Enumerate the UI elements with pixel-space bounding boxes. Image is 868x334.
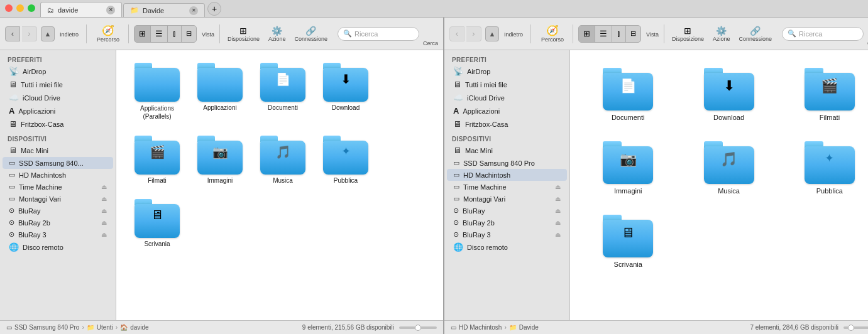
breadcrumb-part1-left: SSD Samsung 840 Pro <box>14 324 79 331</box>
sidebar-item-icloud-left[interactable]: ☁️ iCloud Drive <box>3 91 113 104</box>
back-button-right[interactable]: ‹ <box>449 26 464 41</box>
zoom-slider-right[interactable] <box>843 326 868 329</box>
fritz-label-right: Fritzbox-Casa <box>465 121 508 128</box>
list-view-button-left[interactable]: ☰ <box>151 26 168 42</box>
sidebar-item-airdrop-right[interactable]: 📡 AirDrop <box>447 65 567 78</box>
file-item-filmati-right[interactable]: 🎬 Filmati <box>784 63 868 126</box>
sidebar-item-allmyfiles-right[interactable]: 🖥 Tutti i miei file <box>447 78 567 91</box>
icon-view-button-left[interactable]: ⊞ <box>135 26 151 42</box>
maximize-button[interactable] <box>28 4 35 12</box>
br-eject-left[interactable]: ⏏ <box>101 207 107 214</box>
up-button-right[interactable]: ▲ <box>485 26 499 41</box>
flow-view-button-left[interactable]: ⊟ <box>182 26 196 42</box>
mv-eject-right[interactable]: ⏏ <box>555 195 561 202</box>
sidebar-item-ssd-left[interactable]: ▭ SSD Samsung 840... <box>3 157 113 169</box>
action-button-left[interactable]: ⚙️ Azione <box>266 24 288 43</box>
mv-label-left: Montaggi Vari <box>19 195 97 203</box>
sidebar-item-timemachine-left[interactable]: ▭ Time Machine ⏏ <box>3 181 113 193</box>
sidebar-item-bluray2b-left[interactable]: ⊙ BluRay 2b ⏏ <box>3 217 113 229</box>
file-item-pubblica-right[interactable]: ✦ Pubblica <box>784 136 868 200</box>
sidebar-item-icloud-right[interactable]: ☁️ iCloud Drive <box>447 91 567 104</box>
file-item-immagini[interactable]: 📷 Immagini <box>192 133 248 186</box>
macmini-label-left: Mac Mini <box>21 147 48 154</box>
sidebar-item-tm-right[interactable]: ▭ Time Machine ⏏ <box>447 181 567 193</box>
file-item-pubblica[interactable]: ✦ Pubblica <box>317 133 374 186</box>
musica-name-right: Musica <box>718 187 740 195</box>
tm-eject-right[interactable]: ⏏ <box>555 183 561 190</box>
sidebar-item-apps-left[interactable]: A Applicazioni <box>3 104 113 117</box>
file-item-scrivania-right[interactable]: 🖥 Scrivania <box>583 210 673 273</box>
sidebar-item-disco-right[interactable]: 🌐 Disco remoto <box>447 240 567 254</box>
up-button-left[interactable]: ▲ <box>41 26 55 41</box>
tab-davide2[interactable]: 📁 Davide ✕ <box>123 3 205 17</box>
sidebar-item-br3-right[interactable]: ⊙ BluRay 3 ⏏ <box>447 229 567 240</box>
sidebar-item-br-right[interactable]: ⊙ BluRay ⏏ <box>447 205 567 217</box>
sidebar-item-br2b-right[interactable]: ⊙ BluRay 2b ⏏ <box>447 217 567 229</box>
icon-view-button-right[interactable]: ⊞ <box>579 26 595 42</box>
flow-view-button-right[interactable]: ⊟ <box>626 26 640 42</box>
sidebar-item-airdrop-left[interactable]: 📡 AirDrop <box>3 65 113 78</box>
file-item-musica[interactable]: 🎵 Musica <box>255 133 311 186</box>
file-item-documenti-right[interactable]: 📄 Documenti <box>583 63 673 126</box>
tab2-close-icon[interactable]: ✕ <box>189 6 198 15</box>
new-tab-button[interactable]: + <box>207 2 221 16</box>
minimize-button[interactable] <box>16 4 24 12</box>
sidebar-item-hd-right[interactable]: ▭ HD Machintosh <box>447 169 567 181</box>
back-label-right: Indietro <box>504 31 523 38</box>
file-item-documenti[interactable]: 📄 Documenti <box>255 60 311 123</box>
file-item-apps-parallels[interactable]: Applications(Parallels) <box>129 60 185 123</box>
br2b-eject-right[interactable]: ⏏ <box>555 219 561 226</box>
path-button-left[interactable]: 🧭 Percorso <box>93 23 123 44</box>
breadcrumb-arrow2-left: › <box>116 324 118 331</box>
column-view-button-right[interactable]: ⫿ <box>612 26 626 42</box>
br2b-eject-left[interactable]: ⏏ <box>101 219 107 226</box>
column-view-button-left[interactable]: ⫿ <box>168 26 182 42</box>
sidebar-item-fritz-left[interactable]: 🖥 Fritzbox-Casa <box>3 117 113 131</box>
fritz-label-left: Fritzbox-Casa <box>21 121 63 128</box>
sidebar-item-hd-left[interactable]: ▭ HD Machintosh <box>3 169 113 181</box>
sidebar-item-apps-right[interactable]: A Applicazioni <box>447 104 567 117</box>
sidebar-item-allmyfiles-left[interactable]: 🖥 Tutti i miei file <box>3 78 113 91</box>
tab-close-icon[interactable]: ✕ <box>106 6 115 14</box>
file-item-filmati[interactable]: 🎬 Filmati <box>129 133 185 186</box>
mv-label-right: Montaggi Vari <box>463 195 551 203</box>
sidebar-item-macmini-right[interactable]: 🖥 Mac Mini <box>447 144 567 157</box>
file-item-immagini-right[interactable]: 📷 Immagini <box>583 136 673 200</box>
connect-button-right[interactable]: 🔗 Connessione <box>737 24 775 43</box>
action-button-right[interactable]: ⚙️ Azione <box>710 24 733 43</box>
forward-button-left[interactable]: › <box>22 26 37 41</box>
back-button-left[interactable]: ‹ <box>5 26 20 41</box>
status-count-right: 7 elementi, 284,6 GB disponibili <box>750 324 838 331</box>
zoom-slider-left[interactable] <box>399 326 437 329</box>
tab-davide[interactable]: 🗂 davide ✕ <box>40 2 122 17</box>
sidebar-item-fritz-right[interactable]: 🖥 Fritzbox-Casa <box>447 117 567 131</box>
file-item-scrivania[interactable]: 🖥 Scrivania <box>129 197 185 250</box>
sidebar-item-montaggi-left[interactable]: ▭ Montaggi Vari ⏏ <box>3 193 113 205</box>
arrange-button-right[interactable]: ⊞ Disposizione <box>669 24 706 43</box>
file-item-musica-right[interactable]: 🎵 Musica <box>683 136 774 200</box>
mv-eject-left[interactable]: ⏏ <box>101 195 107 202</box>
sidebar-item-ssd-right[interactable]: ▭ SSD Samsung 840 Pro <box>447 157 567 169</box>
file-item-applicazioni[interactable]: Applicazioni <box>192 60 248 123</box>
br3-eject-right[interactable]: ⏏ <box>555 231 561 238</box>
connect-button-left[interactable]: 🔗 Connessione <box>292 24 330 43</box>
tm-eject-left[interactable]: ⏏ <box>101 183 107 190</box>
search-box-right[interactable]: 🔍 Ricerca <box>782 27 864 41</box>
arrange-button-left[interactable]: ⊞ Disposizione <box>225 24 262 43</box>
sidebar-item-macmini-left[interactable]: 🖥 Mac Mini <box>3 144 113 157</box>
sidebar-item-bluray3-left[interactable]: ⊙ BluRay 3 ⏏ <box>3 229 113 240</box>
search-box-left[interactable]: 🔍 Ricerca <box>338 27 419 41</box>
close-button[interactable] <box>5 4 13 12</box>
file-item-download-right[interactable]: ⬇ Download <box>683 63 774 126</box>
sidebar-item-mv-right[interactable]: ▭ Montaggi Vari ⏏ <box>447 193 567 205</box>
list-view-button-right[interactable]: ☰ <box>595 26 612 42</box>
forward-button-right[interactable]: › <box>466 26 481 41</box>
airdrop-icon-left: 📡 <box>9 67 19 76</box>
br-eject-right[interactable]: ⏏ <box>555 207 561 214</box>
br3-eject-left[interactable]: ⏏ <box>101 231 107 238</box>
file-item-download[interactable]: ⬇ Download <box>317 60 374 123</box>
search-icon-right: 🔍 <box>788 30 796 38</box>
sidebar-item-bluray-left[interactable]: ⊙ BluRay ⏏ <box>3 205 113 217</box>
sidebar-item-disco-left[interactable]: 🌐 Disco remoto <box>3 240 113 254</box>
path-button-right[interactable]: 🧭 Percorso <box>537 23 568 44</box>
